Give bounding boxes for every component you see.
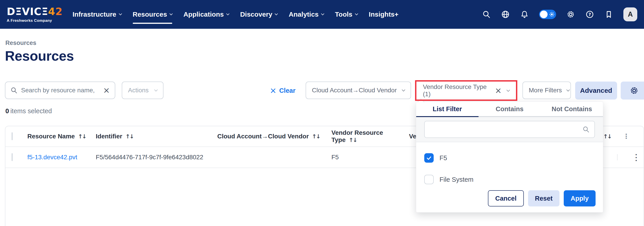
theme-toggle[interactable] xyxy=(539,10,556,19)
remove-filter-icon[interactable]: × xyxy=(495,86,502,94)
chevron-down-icon xyxy=(118,12,122,15)
avatar[interactable]: A xyxy=(623,8,637,21)
resource-name-link[interactable]: f5-13.devce42.pvt xyxy=(27,154,77,161)
selected-count: 0 xyxy=(6,107,9,115)
vendor-resource-type-value: F5 xyxy=(332,154,339,161)
column-menu-icon[interactable]: ⋮ xyxy=(623,133,630,140)
panel-search-input[interactable] xyxy=(424,121,595,138)
sort-icon[interactable]: ↑↓ xyxy=(349,137,357,143)
chevron-down-icon xyxy=(154,88,158,91)
nav-item-discovery[interactable]: Discovery xyxy=(240,0,278,29)
col-identifier: Identifier xyxy=(96,133,122,140)
bell-icon[interactable] xyxy=(520,10,529,19)
nav-item-tools[interactable]: Tools xyxy=(335,0,358,29)
nav-item-infrastructure[interactable]: Infrastructure xyxy=(72,0,121,29)
filter-option-file-system[interactable]: File System xyxy=(424,169,595,190)
identifier-value: F5/564d4476-717f-9c7f-9fe6423d8022 xyxy=(96,154,204,161)
sort-icon[interactable]: ↑↓ xyxy=(78,133,86,140)
sort-icon[interactable]: ↑↓ xyxy=(312,133,320,140)
more-filters-dropdown[interactable]: More Filters xyxy=(522,81,571,99)
nav-item-analytics[interactable]: Analytics xyxy=(288,0,324,29)
sun-icon xyxy=(549,12,554,17)
search-icon[interactable] xyxy=(482,10,491,19)
check-icon xyxy=(426,155,432,161)
sort-icon[interactable]: ↑↓ xyxy=(603,133,611,140)
col-resource-name: Resource Name xyxy=(27,133,75,140)
advanced-button[interactable]: Advanced xyxy=(575,81,617,99)
selection-status: 0items selected xyxy=(6,107,52,115)
gear-icon[interactable] xyxy=(566,10,575,19)
breadcrumb[interactable]: Resources xyxy=(6,40,36,47)
nav-item-resources[interactable]: Resources xyxy=(133,0,172,29)
toggle-knob xyxy=(540,11,548,18)
logo-subtitle: A Freshworks Company xyxy=(7,19,62,23)
filter-option-f5[interactable]: F5 xyxy=(424,147,595,169)
sort-icon[interactable]: ↑↓ xyxy=(125,133,134,140)
chevron-down-icon xyxy=(226,12,230,15)
tab-not-contains[interactable]: Not Contains xyxy=(541,102,603,116)
tab-contains[interactable]: Contains xyxy=(478,102,541,116)
top-nav: DΞVICΞ42 A Freshworks Company Infrastruc… xyxy=(0,0,644,29)
filter-cloud-account-cloud-vendor[interactable]: Cloud Account→Cloud Vendor xyxy=(306,81,411,99)
page-title: Resources xyxy=(5,48,74,64)
reset-button[interactable]: Reset xyxy=(528,190,560,206)
main-content: Resources Resources × Actions × Clear Cl… xyxy=(0,29,644,226)
checkbox-unchecked[interactable] xyxy=(424,175,434,184)
filter-options-list: F5 File System xyxy=(416,142,603,190)
search-icon xyxy=(582,126,590,133)
nav-item-insights[interactable]: Insights+ xyxy=(369,0,399,29)
search-input[interactable] xyxy=(21,87,100,94)
clear-filters-link[interactable]: × Clear xyxy=(270,81,296,99)
tab-list-filter[interactable]: List Filter xyxy=(416,102,478,116)
nav-utilities: ? A xyxy=(482,8,637,21)
cancel-button[interactable]: Cancel xyxy=(488,190,524,206)
actions-dropdown[interactable]: Actions xyxy=(122,81,164,99)
table-settings-button[interactable] xyxy=(621,81,644,99)
chevron-down-icon xyxy=(355,12,358,15)
search-icon xyxy=(10,87,18,94)
gear-icon xyxy=(630,86,639,95)
panel-tabs: List Filter Contains Not Contains xyxy=(416,102,603,116)
chevron-down-icon xyxy=(566,88,570,91)
select-all-checkbox[interactable] xyxy=(12,132,12,140)
device42-logo[interactable]: DΞVICΞ42 A Freshworks Company xyxy=(7,7,62,23)
col-vendor-resource-type: Vendor Resource Type xyxy=(332,129,383,143)
chevron-down-icon xyxy=(170,12,173,15)
apply-button[interactable]: Apply xyxy=(564,190,596,206)
row-checkbox[interactable] xyxy=(12,153,12,161)
bookmark-icon[interactable] xyxy=(604,10,613,19)
panel-search-section xyxy=(416,117,603,142)
vendor-resource-type-filter-panel: List Filter Contains Not Contains F5 Fil… xyxy=(416,101,603,212)
resource-search-box: × xyxy=(5,81,115,99)
logo-text: DΞVICΞ xyxy=(7,6,48,18)
globe-icon[interactable] xyxy=(501,10,510,19)
filter-vendor-resource-type[interactable]: Vendor Resource Type (1) × xyxy=(417,82,515,99)
main-menu: Infrastructure Resources Applications Di… xyxy=(72,0,398,29)
logo-accent-42: 42 xyxy=(48,6,63,18)
close-icon: × xyxy=(270,86,276,94)
help-icon[interactable]: ? xyxy=(585,10,594,19)
col-cloud-account-cloud-vendor: Cloud Account→Cloud Vendor xyxy=(217,133,309,140)
col-truncated: Ve xyxy=(409,133,416,140)
panel-footer: Cancel Reset Apply xyxy=(416,190,603,212)
chevron-down-icon xyxy=(275,12,278,15)
checkbox-checked[interactable] xyxy=(424,153,434,163)
chevron-down-icon xyxy=(506,88,510,91)
row-menu-icon[interactable]: ⋮ xyxy=(632,153,640,162)
clear-search-icon[interactable]: × xyxy=(103,86,110,94)
svg-text:?: ? xyxy=(588,12,591,17)
chevron-down-icon xyxy=(402,88,406,91)
nav-item-applications[interactable]: Applications xyxy=(184,0,229,29)
chevron-down-icon xyxy=(321,12,324,15)
